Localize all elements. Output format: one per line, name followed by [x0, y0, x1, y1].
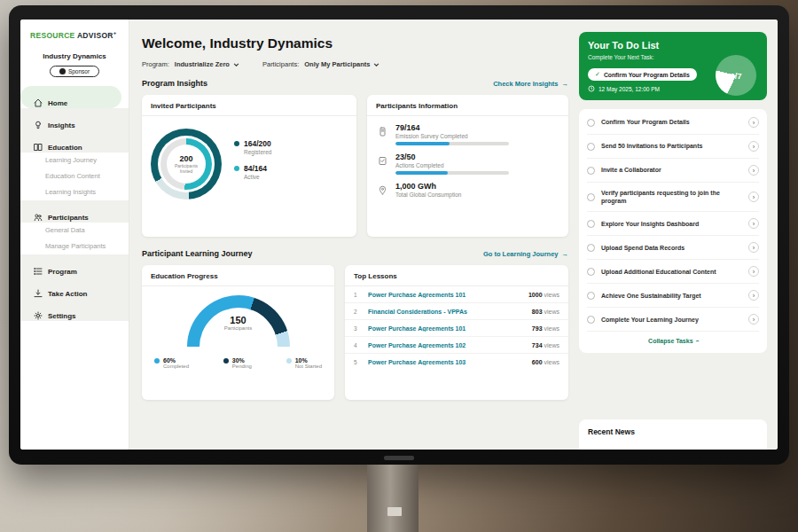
task-item[interactable]: Complete Your Learning Journey › [587, 308, 759, 332]
stat-label: Total Global Consumption [395, 192, 461, 198]
logo-advisor: ADVISOR [75, 31, 113, 40]
next-task-pill[interactable]: ✓ Confirm Your Program Details [588, 68, 697, 81]
main-content: Welcome, Industry Dynamics Program: Indu… [129, 20, 579, 450]
sidebar-item-insights[interactable]: Insights [20, 108, 129, 130]
chevron-right-icon[interactable]: › [748, 117, 759, 128]
book-icon [33, 143, 43, 153]
lesson-row: 2 Financial Considerations - VPPAs 803 v… [345, 303, 568, 320]
sidebar-item-settings[interactable]: Settings [20, 299, 129, 321]
sidebar-item-education-content[interactable]: Education Content [20, 168, 129, 184]
task-checkbox[interactable] [587, 193, 595, 201]
chevron-right-icon[interactable]: › [748, 192, 759, 202]
chevron-right-icon[interactable]: › [748, 242, 759, 253]
donut-legend-dot [234, 166, 239, 171]
task-checkbox[interactable] [587, 143, 595, 151]
lesson-row: 5 Power Purchase Agreements 103 600 view… [345, 354, 568, 370]
education-progress-card: Education Progress 150 Participants 60% … [142, 265, 334, 400]
task-item[interactable]: Confirm Your Program Details › [587, 111, 759, 135]
lesson-views: 1000 views [528, 292, 559, 298]
filter-bar: Program: Industrialize Zero Participants… [142, 60, 568, 68]
arrow-right-icon: → [562, 250, 569, 258]
sidebar-item-education[interactable]: Education [20, 130, 129, 153]
task-item[interactable]: Verify participants requesting to join t… [587, 183, 759, 212]
check-more-insights-link[interactable]: Check More Insights → [493, 80, 568, 88]
chevron-right-icon[interactable]: › [748, 290, 759, 301]
program-filter-label: Program: [142, 60, 169, 68]
people-icon [33, 213, 43, 223]
sidebar-item-manage-participants[interactable]: Manage Participants [20, 239, 129, 254]
invited-donut-chart: 200 Participants Invited [151, 129, 222, 200]
task-checkbox[interactable] [587, 220, 595, 228]
lesson-link[interactable]: Power Purchase Agreements 101 [368, 325, 525, 332]
progress-bar [395, 142, 509, 145]
task-checkbox[interactable] [587, 244, 595, 252]
lesson-link[interactable]: Power Purchase Agreements 103 [368, 359, 525, 365]
sidebar-item-home[interactable]: Home [20, 86, 121, 108]
top-lessons-card: Top Lessons 1 Power Purchase Agreements … [345, 265, 568, 400]
card-title: Education Progress [142, 265, 334, 286]
location-pin-icon [378, 183, 388, 193]
task-item[interactable]: Explore Your Insights Dashboard › [587, 212, 759, 236]
lesson-link[interactable]: Power Purchase Agreements 102 [368, 342, 525, 348]
legend-item: 84/164 Active [234, 164, 271, 180]
chevron-right-icon[interactable]: › [748, 266, 759, 277]
todo-progress-ring: 0/7 [716, 55, 756, 96]
lesson-views: 803 views [532, 309, 559, 315]
sidebar-item-learning-journey[interactable]: Learning Journey [20, 153, 129, 168]
gauge-legend: 60% Completed 30% Pending 10% Not Starte… [142, 347, 334, 369]
sidebar-item-participants[interactable]: Participants [20, 200, 129, 223]
learning-journey-header: Participant Learning Journey Go to Learn… [142, 249, 568, 258]
gauge-legend-dot [286, 358, 292, 364]
task-checkbox[interactable] [587, 292, 595, 300]
sidebar-item-learning-insights[interactable]: Learning Insights [20, 184, 129, 200]
collapse-tasks-link[interactable]: Collapse Tasks› [587, 332, 759, 351]
task-checkbox[interactable] [587, 268, 595, 276]
check-icon: ✓ [595, 71, 600, 78]
lesson-row: 3 Power Purchase Agreements 101 793 view… [345, 320, 568, 337]
task-item[interactable]: Invite a Collaborator › [587, 159, 759, 183]
go-to-learning-journey-link[interactable]: Go to Learning Journey → [483, 250, 568, 258]
lesson-row: 1 Power Purchase Agreements 101 1000 vie… [345, 286, 568, 303]
sidebar-item-program[interactable]: Program [20, 254, 129, 277]
stat-row: 23/50 Actions Completed [367, 145, 568, 175]
stat-row: 79/164 Emission Survey Completed [367, 116, 568, 145]
chevron-right-icon[interactable]: › [748, 141, 759, 152]
task-item[interactable]: Send 50 Invitations to Participants › [587, 135, 759, 159]
chevron-right-icon[interactable]: › [748, 314, 759, 325]
home-icon [33, 98, 43, 108]
task-item[interactable]: Upload Additional Educational Content › [587, 260, 759, 284]
stat-row: 1,000 GWh Total Global Consumption [367, 175, 568, 200]
sponsor-badge: Sponsor [50, 66, 99, 77]
chevron-up-icon: › [693, 340, 700, 342]
chevron-right-icon[interactable]: › [748, 165, 759, 176]
gauge-legend-dot [223, 358, 229, 364]
chevron-down-icon [373, 60, 379, 68]
legend-item: 60% Completed [154, 357, 189, 369]
sidebar-item-take-action[interactable]: Take Action [20, 277, 129, 299]
task-checkbox[interactable] [587, 316, 595, 324]
chevron-right-icon[interactable]: › [748, 218, 759, 229]
invited-participants-card: Invited Participants 200 Participants In… [142, 95, 356, 237]
participants-filter-dropdown[interactable]: Only My Participants [304, 60, 379, 68]
lesson-link[interactable]: Power Purchase Agreements 101 [368, 292, 521, 298]
donut-legend: 164/200 Registered 84/164 Active [234, 139, 271, 189]
task-checkbox[interactable] [587, 167, 595, 175]
recent-news-title: Recent News [588, 427, 758, 436]
stat-value: 1,000 GWh [395, 182, 461, 191]
sidebar-item-general-data[interactable]: General Data [20, 223, 129, 239]
chevron-down-icon [233, 60, 239, 68]
download-icon [33, 289, 43, 299]
list-icon [33, 267, 43, 277]
monitor-frame: RESOURCE ADVISOR+ Industry Dynamics Spon… [9, 5, 789, 465]
donut-center-value: 200 [179, 154, 192, 163]
lesson-views: 600 views [532, 359, 559, 365]
legend-item: 10% Not Started [286, 357, 322, 369]
program-filter-dropdown[interactable]: Industrialize Zero [175, 60, 239, 68]
lesson-row: 4 Power Purchase Agreements 102 734 view… [345, 337, 568, 354]
task-item[interactable]: Achieve One Sustainability Target › [587, 284, 759, 308]
task-item[interactable]: Upload Spend Data Records › [587, 236, 759, 260]
donut-legend-dot [234, 141, 239, 146]
lesson-views: 793 views [532, 325, 559, 332]
task-checkbox[interactable] [587, 119, 595, 127]
lesson-link[interactable]: Financial Considerations - VPPAs [368, 309, 525, 315]
